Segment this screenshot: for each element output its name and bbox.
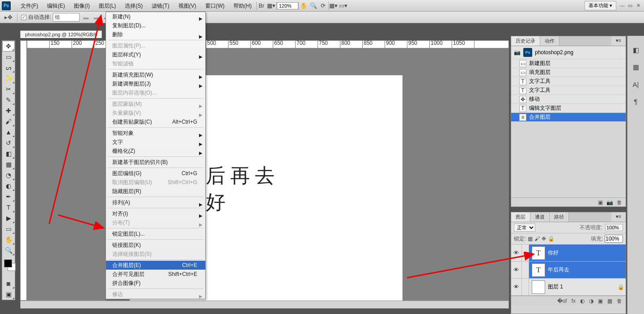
layer-row[interactable]: 👁图层 1🔒	[511, 279, 626, 296]
menu-image[interactable]: 图像(I)	[69, 0, 94, 12]
menu-layer[interactable]: 图层(L)	[94, 0, 121, 12]
document-tab[interactable]: photoshop2.png @ 120%(RGB/8	[20, 30, 102, 38]
menu-item[interactable]: 智能对象▶	[106, 129, 205, 138]
layer-group-icon[interactable]: ▣	[598, 298, 603, 304]
arrange-icon[interactable]: ▦▾	[329, 1, 339, 10]
layer-mask-icon[interactable]: ◐	[580, 298, 585, 304]
menu-item[interactable]: 拼合图像(F)	[106, 279, 205, 288]
blur-tool[interactable]: ◔	[2, 170, 15, 181]
quick-mask-icon[interactable]: ◙	[2, 278, 15, 289]
window-controls[interactable]: —▭✕	[618, 2, 642, 9]
delete-layer-icon[interactable]: 🗑	[617, 298, 622, 304]
tab-channels[interactable]: 通道	[530, 212, 550, 222]
screen-mode-tool[interactable]: ▣	[2, 289, 15, 300]
menu-item[interactable]: 删除▶	[106, 30, 205, 39]
history-step[interactable]: ▭新建图层	[511, 59, 626, 68]
history-step[interactable]: ≡合并图层	[511, 113, 626, 122]
shape-tool[interactable]: ▭	[2, 224, 15, 234]
marquee-tool[interactable]: ▭	[2, 52, 15, 62]
menu-item[interactable]: 栅格化(Z)▶	[106, 146, 205, 155]
auto-select-checkbox[interactable]: ✓	[21, 15, 26, 20]
blend-mode-select[interactable]: 正常	[514, 224, 535, 232]
brush-tool[interactable]: 🖌	[2, 116, 15, 127]
menu-select[interactable]: 选择(S)	[120, 0, 147, 12]
lock-move-icon[interactable]: ✥	[542, 236, 546, 242]
history-step[interactable]: T文字工具	[511, 86, 626, 95]
bridge-icon[interactable]: Br	[257, 1, 267, 10]
auto-select-dropdown[interactable]: 组	[53, 13, 80, 22]
dodge-tool[interactable]: ◐	[2, 181, 15, 191]
menu-item[interactable]: 锁定图层(L)...	[106, 229, 205, 238]
paragraph-panel-icon[interactable]: ¶	[631, 96, 641, 107]
tab-actions[interactable]: 动作	[540, 36, 559, 46]
workspace-switcher[interactable]: 基本功能 ▾	[585, 1, 616, 10]
color-swatch[interactable]	[2, 258, 15, 275]
gradient-tool[interactable]: ▦	[2, 159, 15, 170]
lock-paint-icon[interactable]: 🖌	[534, 236, 540, 242]
link-layers-icon[interactable]: �of	[557, 298, 567, 304]
menu-item[interactable]: 隐藏图层(R)	[106, 187, 205, 196]
adjustment-layer-icon[interactable]: ◑	[589, 298, 593, 304]
history-step[interactable]: ▭填充图层	[511, 68, 626, 77]
hand-icon[interactable]: ✋	[299, 1, 309, 10]
stamp-tool[interactable]: ▲	[2, 127, 15, 138]
pen-tool[interactable]: ✒	[2, 191, 15, 202]
tab-paths[interactable]: 路径	[550, 212, 569, 222]
menu-item[interactable]: 新建(N)▶	[106, 12, 205, 21]
menu-filter[interactable]: 滤镜(T)	[147, 0, 174, 12]
menu-item[interactable]: 合并可见图层Shift+Ctrl+E	[106, 270, 205, 279]
menu-item[interactable]: 创建剪贴蒙版(C)Alt+Ctrl+G	[106, 117, 205, 126]
snapshot-icon[interactable]: 📷	[514, 49, 521, 56]
move-tool[interactable]: ✥	[2, 41, 15, 52]
opacity-input[interactable]	[605, 224, 623, 231]
menu-item[interactable]: 复制图层(D)...	[106, 21, 205, 30]
history-brush-tool[interactable]: ↺	[2, 138, 15, 148]
visibility-icon[interactable]: 👁	[511, 262, 522, 278]
fill-input[interactable]	[605, 235, 623, 243]
menu-item[interactable]: 排列(A)▶	[106, 198, 205, 207]
menu-item[interactable]: 文字▶	[106, 138, 205, 146]
layer-row[interactable]: 👁T你好	[511, 245, 626, 262]
healing-tool[interactable]: ✚	[2, 105, 15, 116]
layer-row[interactable]: 👁T年后再去	[511, 262, 626, 279]
layers-menu-icon[interactable]: ▾≡	[611, 212, 626, 222]
tab-layers[interactable]: 图层	[511, 212, 530, 222]
menu-item[interactable]: 新建调整图层(J)▶	[106, 79, 205, 88]
type-tool[interactable]: T	[2, 202, 15, 213]
panel-menu-icon[interactable]: ▾≡	[611, 36, 626, 46]
screen-mode-icon[interactable]: ▭▾	[339, 1, 348, 10]
magic-wand-tool[interactable]: ✨	[2, 73, 15, 84]
visibility-icon[interactable]: 👁	[511, 279, 522, 295]
tab-history[interactable]: 历史记录	[511, 36, 540, 46]
eyedropper-tool[interactable]: ✎	[2, 95, 15, 105]
menu-item[interactable]: 新建基于图层的切片(B)	[106, 158, 205, 167]
path-select-tool[interactable]: ▶	[2, 213, 15, 224]
visibility-icon[interactable]: 👁	[511, 245, 522, 261]
menu-item[interactable]: 图层样式(Y)▶	[106, 50, 205, 59]
lock-all-icon[interactable]: 🔒	[548, 236, 555, 242]
swatches-panel-icon[interactable]: ▦	[631, 62, 641, 73]
zoom-icon[interactable]: 🔍	[309, 1, 318, 10]
hand-tool[interactable]: ✋	[2, 234, 15, 245]
character-panel-icon[interactable]: A|	[631, 79, 641, 90]
history-step[interactable]: ✥移动	[511, 95, 626, 104]
canvas-area[interactable]: 后 再 去 好	[27, 48, 509, 301]
history-snapshot-icon[interactable]: 📷	[606, 199, 613, 206]
new-layer-icon[interactable]: ▦	[607, 298, 612, 304]
history-new-doc-icon[interactable]: ▣	[598, 199, 603, 206]
lock-pixels-icon[interactable]: ▦	[528, 236, 533, 242]
menu-item[interactable]: 图层编组(G)Ctrl+G	[106, 169, 205, 178]
color-panel-icon[interactable]: ◧	[631, 45, 641, 56]
layer-style-icon[interactable]: fx	[572, 298, 576, 304]
menu-item[interactable]: 链接图层(K)	[106, 241, 205, 249]
history-step[interactable]: T编辑文字图层	[511, 104, 626, 113]
lasso-tool[interactable]: ᔕ	[2, 62, 15, 73]
history-delete-icon[interactable]: 🗑	[617, 199, 622, 206]
menu-file[interactable]: 文件(F)	[16, 0, 42, 12]
menu-window[interactable]: 窗口(W)	[201, 0, 229, 12]
view-extras-icon[interactable]: ▦▾	[267, 1, 276, 10]
eraser-tool[interactable]: ◧	[2, 148, 15, 159]
menu-item[interactable]: 对齐(I)▶	[106, 209, 205, 218]
zoom-level[interactable]: 120%	[277, 2, 298, 9]
zoom-tool[interactable]: 🔍	[2, 245, 15, 256]
